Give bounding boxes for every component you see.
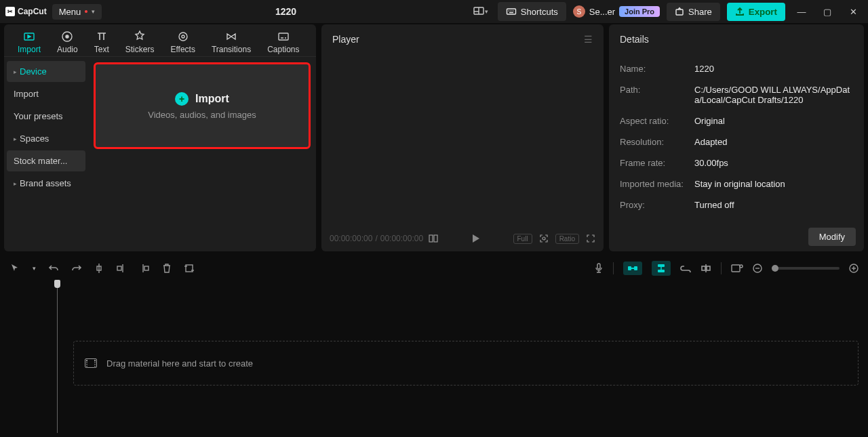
caret-icon: ▸ [14,68,17,75]
player-viewport[interactable] [321,54,604,226]
link-toggle[interactable] [680,264,691,272]
tab-label: Effects [170,45,195,54]
window-close[interactable]: ✕ [844,2,863,21]
mic-button[interactable] [594,263,604,274]
trash-icon [162,263,172,274]
sidebar-item-stock[interactable]: Stock mater... [7,150,85,171]
zoom-out-icon [753,264,762,273]
detail-key: Imported media: [620,179,694,189]
time-total: 00:00:00:00 [380,234,423,243]
split-tool[interactable] [94,263,104,274]
separator [721,262,722,274]
compare-icon[interactable] [429,234,438,243]
zoom-in[interactable] [849,264,859,273]
sidebar-item-label: Brand assets [20,178,71,188]
caret-icon: ▸ [14,180,17,187]
tab-import[interactable]: Import [9,27,49,57]
keyboard-icon [506,6,517,17]
align-toggle[interactable] [701,264,711,273]
detail-key: Resolution: [620,137,694,147]
sidebar-item-presets[interactable]: Your presets [7,106,85,127]
share-button[interactable]: Share [667,3,720,21]
player-menu-icon[interactable]: ☰ [584,34,593,45]
sidebar-item-brand[interactable]: ▸Brand assets [7,173,85,194]
fullscreen-icon[interactable] [586,234,595,243]
transitions-icon [224,30,238,43]
preview-toggle[interactable] [731,264,743,273]
undo-button[interactable] [48,263,59,274]
tabs-overflow[interactable] [308,30,316,54]
sidebar-item-device[interactable]: ▸Device [7,61,85,82]
redo-button[interactable] [71,263,82,274]
svg-rect-41 [732,265,740,272]
full-toggle[interactable]: Full [513,234,532,244]
sidebar-item-spaces[interactable]: ▸Spaces [7,128,85,149]
timeline-body[interactable]: Drag material here and start to create [0,280,868,433]
ratio-toggle[interactable]: Ratio [555,234,579,244]
svg-point-13 [179,33,187,41]
crop-icon [184,263,195,274]
sidebar-item-import[interactable]: Import [7,83,85,104]
cursor-tool[interactable] [9,263,20,274]
tab-label: Transitions [212,45,251,54]
tab-label: Text [94,45,109,54]
workspace: Import Audio Text Stickers Effects Trans… [0,24,868,251]
detail-value: Adapted [694,137,853,147]
playhead[interactable] [57,280,58,433]
player-header: Player ☰ [321,24,604,54]
import-dropzone[interactable]: + Import Videos, audios, and images [94,62,311,149]
join-pro-badge[interactable]: Join Pro [619,6,660,17]
window-minimize[interactable]: — [792,2,811,21]
menu-label: Menu [59,7,81,17]
media-panel: Import Audio Text Stickers Effects Trans… [4,24,316,251]
split-left-tool[interactable] [116,263,127,274]
zoom-out[interactable] [753,264,762,273]
svg-rect-15 [279,33,288,40]
svg-rect-25 [117,266,121,270]
delete-tool[interactable] [162,263,172,274]
tab-label: Captions [267,45,299,54]
separator [613,262,614,274]
timeline-dropzone[interactable]: Drag material here and start to create [73,341,859,386]
export-button[interactable]: Export [727,3,785,21]
notification-dot-icon [85,10,87,13]
player-footer: 00:00:00:00 / 00:00:00:00 Full Ratio [321,226,604,251]
import-area: + Import Videos, audios, and images [88,57,316,251]
shortcuts-button[interactable]: Shortcuts [498,2,566,21]
split-right-tool[interactable] [139,263,150,274]
tab-effects[interactable]: Effects [162,27,203,57]
import-title: Import [195,93,229,105]
svg-rect-33 [634,266,637,270]
tab-label: Stickers [125,45,155,54]
app-name: CapCut [18,7,47,16]
player-panel: Player ☰ 00:00:00:00 / 00:00:00:00 Full … [321,24,604,251]
tab-transitions[interactable]: Transitions [203,27,259,57]
menu-button[interactable]: Menu ▾ [52,4,102,20]
user-chip[interactable]: S Se...er Join Pro [573,5,660,18]
modify-button[interactable]: Modify [808,228,856,246]
tab-audio[interactable]: Audio [49,27,86,57]
play-button[interactable] [470,233,481,244]
sidebar-item-label: Import [14,89,39,99]
tab-text[interactable]: Text [86,27,117,57]
crop-tool[interactable] [184,263,195,274]
snap-icon [656,264,667,273]
tab-stickers[interactable]: Stickers [117,27,163,57]
tab-label: Import [18,45,41,54]
cursor-dropdown[interactable]: ▾ [33,265,36,272]
layout-button[interactable]: ▾ [470,3,491,20]
focus-icon[interactable] [539,234,549,243]
shortcuts-label: Shortcuts [521,7,558,17]
slider-thumb[interactable] [772,265,778,272]
window-maximize[interactable]: ▢ [818,2,837,21]
tab-captions[interactable]: Captions [259,27,307,57]
zoom-slider[interactable] [772,267,840,270]
svg-marker-10 [28,35,31,38]
undo-icon [48,263,59,274]
detail-key: Path: [620,85,694,105]
magnet-track-toggle[interactable] [652,261,671,276]
magnet-main-toggle[interactable] [623,262,642,275]
svg-rect-27 [144,266,149,270]
media-body: ▸Device Import Your presets ▸Spaces Stoc… [4,57,316,251]
svg-rect-40 [707,266,710,270]
